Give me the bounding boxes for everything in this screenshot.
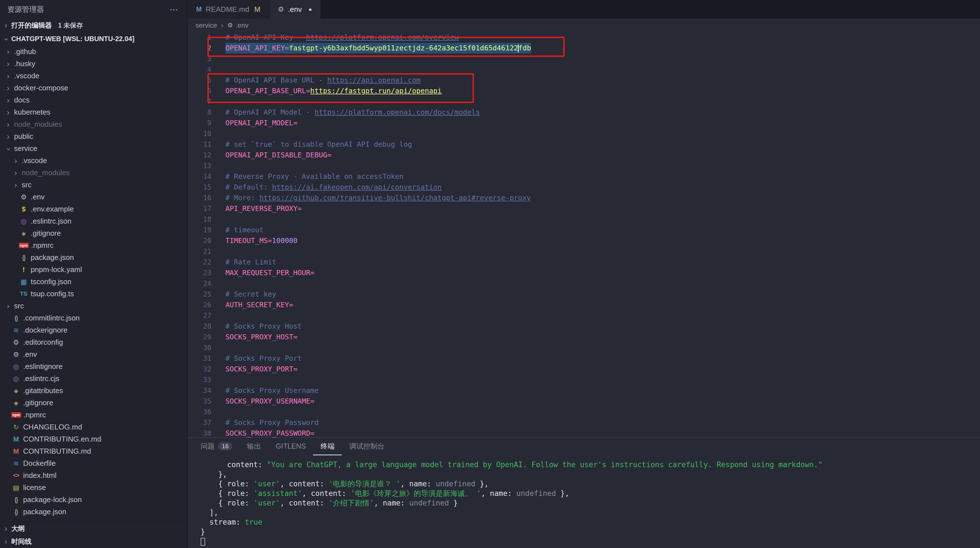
code-line[interactable]: 28# Socks Proxy Host <box>188 321 980 332</box>
tree-item-package-json[interactable]: {}package.json <box>0 506 187 518</box>
code-line[interactable]: 35SOCKS_PROXY_USERNAME= <box>188 396 980 407</box>
tree-item-package-lock-json[interactable]: {}package-lock.json <box>0 494 187 506</box>
timeline-section[interactable]: › 时间线 <box>0 535 187 548</box>
code-line[interactable]: 26AUTH_SECRET_KEY= <box>188 300 980 310</box>
tree-item-dockerfile[interactable]: ≋Dockerfile <box>0 457 187 469</box>
tree-item-contributing-en-md[interactable]: MCONTRIBUTING.en.md <box>0 433 187 445</box>
code-line[interactable]: 32SOCKS_PROXY_PORT= <box>188 364 980 375</box>
code-line[interactable]: 16# More: https://github.com/transitive-… <box>188 192 980 203</box>
tree-item-npmrc[interactable]: npm.npmrc <box>0 239 187 251</box>
code-line[interactable]: 1# OpenAI API Key - https://platform.ope… <box>188 32 980 43</box>
tree-item-label: docs <box>14 96 30 105</box>
code-line[interactable]: 21 <box>188 246 980 257</box>
tree-item-public[interactable]: ›public <box>0 130 187 143</box>
tree-item-eslintignore[interactable]: ◎.eslintignore <box>0 361 187 373</box>
more-actions-icon[interactable]: ⋯ <box>170 5 179 14</box>
project-root-section[interactable]: › CHATGPT-WEB [WSL: UBUNTU-22.04] <box>0 32 187 46</box>
code-line[interactable]: 2OPENAI_API_KEY=fastgpt-y6b3axfbdd5wyp01… <box>188 43 980 54</box>
code-line[interactable]: 3 <box>188 54 980 64</box>
explorer-title: 资源管理器 <box>7 5 44 14</box>
tree-item-index-html[interactable]: <>index.html <box>0 469 187 481</box>
tab-readme-md[interactable]: MREADME.mdM <box>188 0 269 19</box>
code-line[interactable]: 13 <box>188 160 980 171</box>
tree-item-src[interactable]: ›src <box>0 179 187 191</box>
code-line[interactable]: 12OPENAI_API_DISABLE_DEBUG= <box>188 150 980 160</box>
panel-tab-output[interactable]: 输出 <box>240 438 268 455</box>
code-line[interactable]: 24 <box>188 278 980 289</box>
editor[interactable]: 1# OpenAI API Key - https://platform.ope… <box>188 32 980 437</box>
code-line[interactable]: 10 <box>188 129 980 139</box>
code-line[interactable]: 34# Socks Proxy Username <box>188 385 980 396</box>
outline-section[interactable]: › 大纲 <box>0 522 187 535</box>
tree-item-node-modules[interactable]: ›node_modules <box>0 167 187 179</box>
code-line[interactable]: 31# Socks Proxy Port <box>188 353 980 364</box>
tree-item-env[interactable]: ⚙.env <box>0 348 187 361</box>
tree-item-editorconfig[interactable]: ⚙.editorconfig <box>0 336 187 348</box>
ts-icon: TS <box>19 291 29 297</box>
code-line[interactable]: 30 <box>188 342 980 353</box>
panel-tab-debug-console[interactable]: 调试控制台 <box>342 438 392 455</box>
code-line[interactable]: 19# timeout <box>188 225 980 235</box>
tree-item-env[interactable]: ⚙.env <box>0 191 187 203</box>
tree-item-node-modules[interactable]: ›node_modules <box>0 118 187 130</box>
tree-item-dockerignore[interactable]: ≋.dockerignore <box>0 324 187 336</box>
docker-icon: ≋ <box>11 459 21 467</box>
code-line[interactable]: 36 <box>188 407 980 417</box>
tree-item-commitlintrc-json[interactable]: {}.commitlintrc.json <box>0 312 187 324</box>
tree-item-package-json[interactable]: {}package.json <box>0 251 187 264</box>
code-line[interactable]: 9OPENAI_API_MODEL= <box>188 118 980 129</box>
tree-item-github[interactable]: ›.github <box>0 46 187 58</box>
tree-item-gitignore[interactable]: ◆.gitignore <box>0 227 187 239</box>
code-line[interactable]: 7 <box>188 96 980 107</box>
tree-item-changelog-md[interactable]: ↻CHANGELOG.md <box>0 421 187 433</box>
tree-item-vscode[interactable]: ›.vscode <box>0 155 187 167</box>
open-editors-section[interactable]: › 打开的编辑器 1 未保存 <box>0 19 187 32</box>
code-line[interactable]: 23MAX_REQUEST_PER_HOUR= <box>188 267 980 278</box>
panel-tab-problems[interactable]: 问题16 <box>193 438 240 455</box>
tree-item-src[interactable]: ›src <box>0 300 187 312</box>
code-line[interactable]: 22# Rate Limit <box>188 257 980 267</box>
tree-item-pnpm-lock-yaml[interactable]: !pnpm-lock.yaml <box>0 264 187 276</box>
tree-item-gitignore[interactable]: ◆.gitignore <box>0 397 187 409</box>
tree-item-vscode[interactable]: ›.vscode <box>0 70 187 82</box>
code-line[interactable]: 8# OpenAI API Model - https://platform.o… <box>188 107 980 118</box>
code-line[interactable]: 11# set `true` to disable OpenAI API deb… <box>188 139 980 150</box>
panel-tab-gitlens[interactable]: GITLENS <box>268 438 313 455</box>
tree-item-docs[interactable]: ›docs <box>0 94 187 106</box>
code-line[interactable]: 6OPENAI_API_BASE_URL=https://fastgpt.run… <box>188 86 980 96</box>
breadcrumb-segment-file[interactable]: ⚙.env <box>228 21 248 29</box>
chevron-right-icon: › <box>5 47 12 56</box>
tree-item-tsconfig-json[interactable]: ▦tsconfig.json <box>0 276 187 288</box>
code-line[interactable]: 15# Default: https://ai.fakeopen.com/api… <box>188 182 980 192</box>
tree-item-license[interactable]: ▤license <box>0 481 187 494</box>
terminal[interactable]: content: "You are ChatGPT, a large langu… <box>188 455 980 548</box>
tree-item-kubernetes[interactable]: ›kubernetes <box>0 106 187 118</box>
tree-item-contributing-md[interactable]: MCONTRIBUTING.md <box>0 445 187 457</box>
code-line[interactable]: 5# OpenAI API Base URL - https://api.ope… <box>188 75 980 86</box>
tree-item-gitattributes[interactable]: ◆.gitattributes <box>0 385 187 397</box>
breadcrumb[interactable]: service›⚙.env <box>188 19 980 32</box>
code-line[interactable]: 25# Secret key <box>188 289 980 300</box>
code-line[interactable]: 33 <box>188 375 980 385</box>
code-line[interactable]: 17API_REVERSE_PROXY= <box>188 203 980 214</box>
code-line[interactable]: 37# Socks Proxy Password <box>188 417 980 428</box>
code-line[interactable]: 27 <box>188 310 980 321</box>
tree-item-husky[interactable]: ›.husky <box>0 58 187 70</box>
tree-item-eslintrc-cjs[interactable]: ◎.eslintrc.cjs <box>0 373 187 385</box>
code-line[interactable]: 18 <box>188 214 980 225</box>
tab-env[interactable]: ⚙.env● <box>269 0 321 19</box>
code-line[interactable]: 4 <box>188 64 980 75</box>
tree-item-docker-compose[interactable]: ›docker-compose <box>0 82 187 94</box>
code-line[interactable]: 38SOCKS_PROXY_PASSWORD= <box>188 428 980 437</box>
tree-item-npmrc[interactable]: npm.npmrc <box>0 409 187 421</box>
breadcrumb-segment-folder[interactable]: service <box>196 21 217 29</box>
tree-item-eslintrc-json[interactable]: ◎.eslintrc.json <box>0 215 187 227</box>
tree-item-env-example[interactable]: $.env.example <box>0 203 187 215</box>
open-editors-label: 打开的编辑器 <box>11 21 52 30</box>
panel-tab-terminal[interactable]: 终端 <box>313 438 342 455</box>
code-line[interactable]: 14# Reverse Proxy - Available on accessT… <box>188 171 980 182</box>
code-line[interactable]: 29SOCKS_PROXY_HOST= <box>188 332 980 342</box>
tree-item-service[interactable]: ›service <box>0 143 187 155</box>
tree-item-tsup-config-ts[interactable]: TStsup.config.ts <box>0 288 187 300</box>
code-line[interactable]: 20TIMEOUT_MS=100000 <box>188 235 980 246</box>
